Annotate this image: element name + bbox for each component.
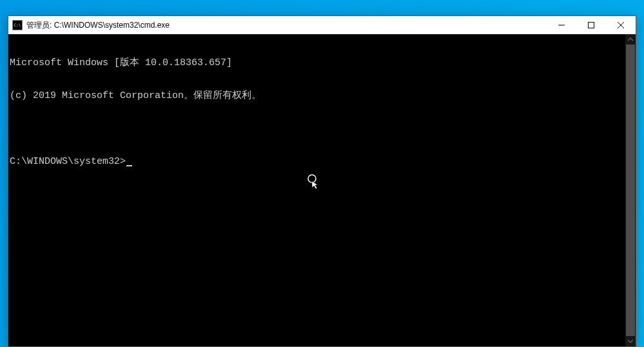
scrollbar-down-button[interactable]: [625, 336, 636, 346]
terminal-line-copyright: (c) 2019 Microsoft Corporation。保留所有权利。: [10, 90, 625, 101]
minimize-button[interactable]: [547, 16, 576, 34]
maximize-icon: [588, 22, 594, 28]
terminal-cursor: [126, 165, 132, 166]
close-button[interactable]: [606, 16, 636, 34]
vertical-scrollbar[interactable]: [625, 34, 636, 346]
titlebar[interactable]: C:\ 管理员: C:\WINDOWS\system32\cmd.exe: [8, 16, 636, 34]
terminal-prompt: C:\WINDOWS\system32>: [10, 156, 126, 167]
chevron-up-icon: [628, 37, 633, 42]
scrollbar-up-button[interactable]: [625, 34, 636, 45]
terminal-prompt-line: C:\WINDOWS\system32>: [10, 156, 625, 167]
cmd-window: C:\ 管理员: C:\WINDOWS\system32\cmd.exe: [8, 15, 636, 347]
close-icon: [618, 22, 624, 28]
terminal-line-blank: [10, 123, 625, 134]
minimize-icon: [558, 22, 565, 28]
scrollbar-thumb[interactable]: [626, 45, 635, 336]
maximize-button[interactable]: [576, 16, 606, 34]
terminal-line-version: Microsoft Windows [版本 10.0.18363.657]: [10, 57, 625, 68]
window-title: 管理员: C:\WINDOWS\system32\cmd.exe: [26, 20, 547, 31]
cmd-icon: C:\: [12, 20, 23, 30]
chevron-down-icon: [628, 339, 633, 344]
window-controls: [547, 16, 636, 34]
terminal-wrapper: Microsoft Windows [版本 10.0.18363.657] (c…: [8, 34, 636, 346]
terminal-output[interactable]: Microsoft Windows [版本 10.0.18363.657] (c…: [8, 34, 625, 346]
scrollbar-track[interactable]: [625, 45, 636, 336]
svg-rect-1: [589, 23, 594, 28]
